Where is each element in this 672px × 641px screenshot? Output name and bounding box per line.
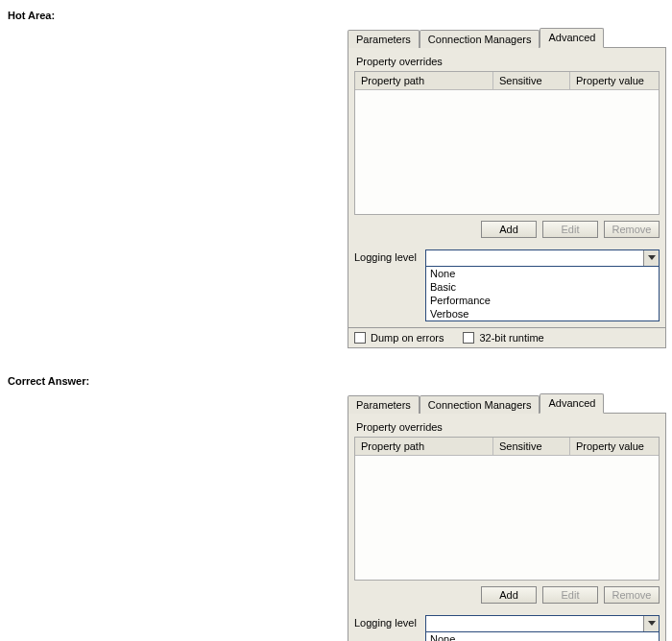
add-button[interactable]: Add [481,586,537,604]
property-overrides-label: Property overrides [356,421,660,433]
dialog-body: Property overrides Property path Sensiti… [348,413,666,641]
combo-text[interactable] [426,250,643,266]
tab-advanced[interactable]: Advanced [540,28,604,48]
tab-parameters[interactable]: Parameters [348,30,420,48]
hot-area-label: Hot Area: [8,10,664,21]
dialog-body: Property overrides Property path Sensiti… [348,47,666,328]
col-property-path[interactable]: Property path [355,72,493,89]
combo-text[interactable] [426,616,643,631]
logging-level-label: Logging level [354,249,425,263]
32bit-runtime-check[interactable]: 32-bit runtime [463,332,543,344]
button-row: Add Edit Remove [354,586,660,604]
logging-level-combo[interactable]: None Basic Performance Verbose [425,615,660,641]
col-sensitive[interactable]: Sensitive [493,72,570,89]
logging-row: Logging level None Basic Performance Ver… [354,615,660,641]
property-overrides-grid[interactable]: Property path Sensitive Property value [354,71,660,215]
property-overrides-label: Property overrides [356,56,660,67]
tab-strip: Parameters Connection Managers Advanced [348,27,666,47]
combo-option-none[interactable]: None [426,267,659,280]
combo-option-performance[interactable]: Performance [426,294,659,307]
col-sensitive[interactable]: Sensitive [493,438,570,455]
logging-level-label: Logging level [354,615,425,629]
col-property-value[interactable]: Property value [570,438,659,455]
checkbox-icon[interactable] [463,332,474,344]
dialog-correct-answer: Parameters Connection Managers Advanced … [348,392,666,641]
combo-box[interactable] [425,615,660,632]
logging-row: Logging level None Basic Performance Ver… [354,249,660,321]
chevron-down-icon[interactable] [643,616,659,631]
col-property-value[interactable]: Property value [570,72,659,89]
tab-connection-managers[interactable]: Connection Managers [420,395,540,414]
remove-button: Remove [604,221,660,238]
grid-header: Property path Sensitive Property value [355,438,659,456]
tab-strip: Parameters Connection Managers Advanced [348,392,666,413]
combo-option-none[interactable]: None [426,632,659,641]
dump-label: Dump on errors [371,332,444,344]
bottom-bar: Dump on errors 32-bit runtime [348,328,666,348]
bit32-label: 32-bit runtime [479,332,543,344]
property-overrides-grid[interactable]: Property path Sensitive Property value [354,437,660,581]
combo-option-verbose[interactable]: Verbose [426,307,659,320]
edit-button: Edit [542,221,598,238]
combo-option-basic[interactable]: Basic [426,280,659,294]
combo-list: None Basic Performance Verbose [425,632,660,641]
tab-advanced[interactable]: Advanced [540,393,604,414]
remove-button: Remove [604,586,660,604]
combo-list: None Basic Performance Verbose [425,267,660,321]
tab-parameters[interactable]: Parameters [348,395,420,414]
dump-on-errors-check[interactable]: Dump on errors [354,332,444,344]
combo-box[interactable] [425,249,660,267]
tab-connection-managers[interactable]: Connection Managers [420,30,540,48]
correct-answer-label: Correct Answer: [8,375,664,387]
grid-header: Property path Sensitive Property value [355,72,659,90]
logging-level-combo[interactable]: None Basic Performance Verbose [425,249,660,321]
checkbox-icon[interactable] [354,332,366,344]
col-property-path[interactable]: Property path [355,438,493,455]
chevron-down-icon[interactable] [643,250,659,266]
button-row: Add Edit Remove [354,221,660,238]
add-button[interactable]: Add [481,221,537,238]
dialog-hot-area: Parameters Connection Managers Advanced … [348,27,666,348]
edit-button: Edit [542,586,598,604]
